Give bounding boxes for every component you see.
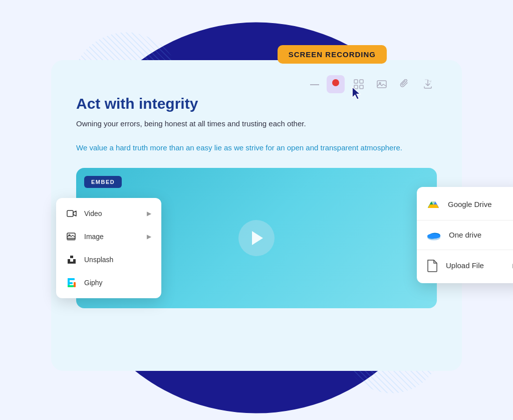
upload-file-label: Upload File (446, 261, 484, 270)
record-button[interactable] (327, 75, 345, 93)
dropdown-arrow-icon: ▶ (147, 210, 151, 217)
dropdown-item-video-label: Video (84, 209, 102, 218)
image-button[interactable] (373, 75, 391, 93)
dropdown-item-image-label: Image (84, 233, 104, 241)
svg-rect-0 (354, 80, 358, 83)
dropdown-item-upload-file[interactable]: Upload File ▶ (417, 252, 513, 279)
cursor-arrow-icon (350, 86, 364, 100)
image-icon (377, 79, 387, 89)
play-triangle-icon (252, 231, 263, 245)
google-drive-icon (427, 198, 440, 211)
giphy-icon (66, 277, 77, 288)
dropdown-item-google-drive[interactable]: Google Drive (417, 191, 513, 218)
dropdown-item-giphy-label: Giphy (84, 279, 103, 287)
record-dot-icon (332, 79, 339, 86)
download-button[interactable] (419, 75, 437, 93)
upload-file-icon (427, 259, 438, 272)
main-card: SCREEN RECORDING — (51, 60, 462, 371)
attach-icon (400, 79, 410, 89)
svg-rect-11 (68, 278, 75, 280)
svg-rect-12 (68, 282, 73, 284)
embed-badge: EMBED (84, 176, 122, 188)
dropdown-divider-2 (417, 250, 513, 250)
dropdown-image-arrow-icon: ▶ (147, 233, 151, 240)
image-dropdown-icon (66, 231, 77, 242)
play-button[interactable] (238, 220, 275, 256)
dropdown-item-image[interactable]: Image ▶ (56, 225, 161, 248)
svg-rect-4 (377, 81, 386, 88)
video-icon (66, 208, 77, 219)
dropdown-item-one-drive[interactable]: One drive (417, 223, 513, 248)
page-subtext: Owning your errors, being honest at all … (76, 118, 437, 130)
attach-button[interactable] (396, 75, 414, 93)
google-drive-label: Google Drive (448, 200, 492, 208)
svg-rect-13 (74, 282, 76, 287)
right-dropdown-menu: Google Drive One drive Upload File (417, 187, 513, 283)
dropdown-item-unsplash-label: Unsplash (84, 256, 113, 264)
dropdown-item-giphy[interactable]: Giphy (56, 271, 161, 294)
dropdown-item-unsplash[interactable]: Unsplash (56, 248, 161, 271)
screen-recording-badge: SCREEN RECORDING (278, 45, 387, 64)
video-area: EMBED Video ▶ (76, 168, 437, 308)
unsplash-icon (66, 254, 77, 265)
one-drive-icon (427, 230, 441, 241)
svg-rect-1 (360, 80, 363, 83)
download-icon (423, 79, 433, 89)
page-heading: Act with integrity (76, 95, 437, 112)
dropdown-item-video[interactable]: Video ▶ (56, 202, 161, 225)
left-dropdown-menu: Video ▶ Image ▶ (56, 198, 161, 298)
svg-rect-6 (67, 211, 73, 217)
dropdown-divider (417, 220, 513, 221)
page-quote: We value a hard truth more than an easy … (76, 142, 437, 154)
toolbar-minus[interactable]: — (310, 79, 319, 90)
svg-point-18 (427, 234, 440, 239)
toolbar: — (310, 75, 437, 93)
svg-rect-14 (68, 285, 74, 287)
one-drive-label: One drive (449, 231, 481, 239)
